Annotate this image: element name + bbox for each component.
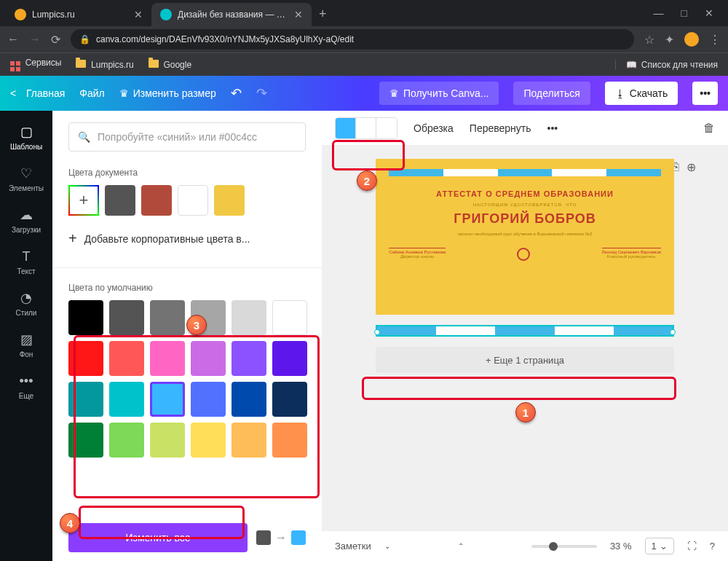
- close-icon[interactable]: ✕: [294, 9, 303, 20]
- get-pro-button[interactable]: ♛ Получить Canva...: [379, 82, 499, 105]
- reading-list[interactable]: 📖 Список для чтения: [615, 60, 718, 70]
- selected-strip-element[interactable]: [376, 325, 674, 337]
- default-color-swatch[interactable]: [272, 382, 307, 417]
- tab-canva[interactable]: Дизайн без названия — A4 (Lan ✕: [151, 3, 312, 26]
- menu-icon[interactable]: ⋮: [709, 33, 721, 47]
- bookmark-lumpics[interactable]: Lumpics.ru: [76, 60, 133, 70]
- default-color-swatch[interactable]: [109, 382, 144, 417]
- window-maximize[interactable]: □: [681, 7, 687, 19]
- notes-button[interactable]: Заметки: [335, 541, 371, 552]
- bg-icon: ▨: [18, 332, 34, 348]
- default-color-swatch[interactable]: [232, 423, 266, 458]
- favicon-icon: [15, 9, 26, 20]
- swap-from: [256, 530, 271, 545]
- reload-button[interactable]: ⟳: [51, 33, 60, 47]
- resize-button[interactable]: ♛ Изменить размер: [119, 87, 216, 99]
- doc-colors-row: +: [68, 185, 306, 216]
- forward-button[interactable]: →: [29, 33, 41, 46]
- color-chip[interactable]: [356, 118, 376, 138]
- delete-button[interactable]: 🗑: [703, 122, 715, 135]
- doc-color-swatch[interactable]: [141, 185, 172, 216]
- flip-button[interactable]: Перевернуть: [470, 122, 531, 134]
- doc-color-swatch[interactable]: [214, 185, 245, 216]
- default-color-swatch[interactable]: [150, 382, 185, 417]
- default-color-swatch[interactable]: [232, 300, 266, 335]
- new-tab-button[interactable]: +: [312, 2, 334, 26]
- color-chip[interactable]: [376, 118, 397, 138]
- default-color-swatch[interactable]: [272, 300, 307, 335]
- elements-icon: ♡: [18, 165, 34, 181]
- default-color-swatch[interactable]: [272, 341, 307, 376]
- color-panel: 🔍 Попробуйте «синий» или #00c4cc Цвета д…: [52, 111, 322, 561]
- more-button[interactable]: •••: [692, 82, 718, 105]
- element-color-chips[interactable]: [335, 117, 397, 139]
- default-color-swatch[interactable]: [68, 382, 103, 417]
- download-button[interactable]: ⭳ Скачать: [605, 82, 678, 105]
- window-close[interactable]: ✕: [705, 7, 713, 19]
- nav-elements[interactable]: ♡Элементы: [0, 158, 52, 200]
- home-button[interactable]: < Главная: [10, 87, 65, 99]
- chevron-up-icon[interactable]: ⌃: [458, 542, 464, 550]
- share-button[interactable]: Поделиться: [513, 82, 590, 105]
- add-page-button[interactable]: + Еще 1 страница: [376, 347, 674, 373]
- default-color-swatch[interactable]: [68, 423, 103, 458]
- back-button[interactable]: ←: [7, 33, 19, 46]
- bookmark-google[interactable]: Google: [149, 60, 191, 70]
- nav-templates[interactable]: ▢Шаблоны: [0, 117, 52, 158]
- default-color-swatch[interactable]: [109, 341, 144, 376]
- color-chip[interactable]: [336, 118, 356, 138]
- add-page-icon[interactable]: ⊕: [687, 160, 696, 174]
- window-minimize[interactable]: —: [654, 7, 664, 19]
- chevron-down-icon[interactable]: ⌄: [384, 542, 390, 550]
- add-brand-colors[interactable]: +Добавьте корпоративные цвета в...: [68, 230, 306, 247]
- star-icon[interactable]: ☆: [644, 33, 654, 47]
- undo-button[interactable]: ↶: [231, 85, 242, 101]
- default-color-swatch[interactable]: [232, 382, 266, 417]
- nav-more[interactable]: •••Еще: [0, 366, 52, 407]
- default-color-swatch[interactable]: [150, 423, 185, 458]
- default-color-swatch[interactable]: [191, 382, 226, 417]
- default-color-swatch[interactable]: [191, 423, 226, 458]
- page-indicator[interactable]: 1 ⌄: [645, 538, 674, 554]
- certificate-page[interactable]: АТТЕСТАТ О СРЕДНЕМ ОБРАЗОВАНИИ НАСТОЯЩИМ…: [376, 159, 674, 315]
- tab-label: Дизайн без названия — A4 (Lan: [178, 9, 288, 20]
- default-color-swatch[interactable]: [150, 300, 185, 335]
- url-field[interactable]: 🔒 canva.com/design/DAEnVfv93X0/nYNJMx5yJ…: [71, 29, 634, 50]
- default-color-swatch[interactable]: [68, 341, 103, 376]
- help-icon[interactable]: ?: [710, 541, 715, 552]
- add-color-swatch[interactable]: +: [68, 185, 99, 216]
- change-all-button[interactable]: Изменить все: [68, 523, 248, 552]
- close-icon[interactable]: ✕: [134, 9, 143, 20]
- default-color-swatch[interactable]: [232, 341, 266, 376]
- redo-button[interactable]: ↷: [256, 85, 267, 101]
- bookmark-services[interactable]: Сервисы: [10, 58, 61, 71]
- tab-lumpics[interactable]: Lumpics.ru ✕: [6, 3, 151, 26]
- doc-color-swatch[interactable]: [105, 185, 135, 216]
- nav-text[interactable]: TТекст: [0, 241, 52, 283]
- default-color-swatch[interactable]: [150, 341, 185, 376]
- extension-icon[interactable]: ✦: [665, 33, 674, 47]
- canvas-area: Обрезка Перевернуть ••• 🗑 ⎘ ⊕ АТТЕСТАТ О…: [322, 111, 728, 561]
- nav-background[interactable]: ▨Фон: [0, 324, 52, 366]
- zoom-slider[interactable]: [531, 545, 597, 548]
- cert-course: прошел необходимый курс обучения в Ворон…: [389, 231, 661, 238]
- default-color-swatch[interactable]: [109, 423, 144, 458]
- default-color-swatch[interactable]: [109, 300, 144, 335]
- bottom-bar: Заметки ⌄ ⌃ 33 % 1 ⌄ ⛶ ?: [322, 530, 728, 561]
- nav-styles[interactable]: ◔Стили: [0, 283, 52, 324]
- uploads-icon: ☁: [18, 207, 34, 223]
- toolbar-more[interactable]: •••: [547, 122, 558, 134]
- file-button[interactable]: Файл: [79, 87, 104, 99]
- profile-avatar[interactable]: [684, 32, 699, 47]
- default-color-swatch[interactable]: [68, 300, 103, 335]
- doc-color-swatch[interactable]: [178, 185, 208, 216]
- default-color-swatch[interactable]: [191, 341, 226, 376]
- nav-uploads[interactable]: ☁Загрузки: [0, 200, 52, 241]
- side-nav: ▢Шаблоны ♡Элементы ☁Загрузки TТекст ◔Сти…: [0, 111, 52, 561]
- crop-button[interactable]: Обрезка: [414, 122, 454, 134]
- default-color-swatch[interactable]: [272, 423, 307, 458]
- fullscreen-icon[interactable]: ⛶: [687, 541, 697, 552]
- search-icon: 🔍: [78, 131, 90, 143]
- color-search-input[interactable]: 🔍 Попробуйте «синий» или #00c4cc: [68, 122, 306, 152]
- styles-icon: ◔: [18, 290, 34, 306]
